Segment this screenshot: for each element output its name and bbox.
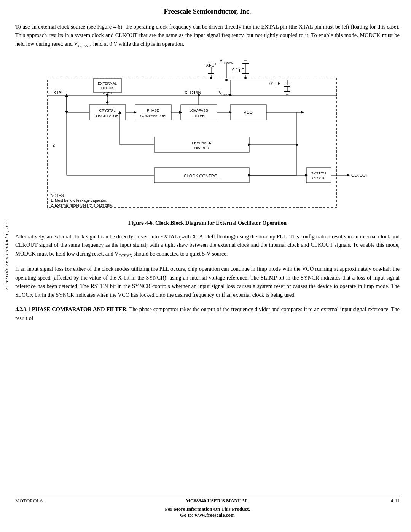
- sidebar-text: Freescale Semiconductor, Inc.: [4, 220, 10, 290]
- svg-rect-41: [135, 105, 171, 120]
- figure-caption: Figure 4-6. Clock Block Diagram for Exte…: [15, 220, 400, 226]
- page-header: Freescale Semiconductor, Inc.: [15, 8, 400, 16]
- svg-text:1. Must be low-leakage capacit: 1. Must be low-leakage capacitor.: [51, 198, 107, 203]
- svg-text:SYSTEM: SYSTEM: [311, 171, 326, 175]
- svg-text:0.1 µF: 0.1 µF: [232, 67, 244, 72]
- paragraph-1: To use an external clock source (see Fig…: [15, 22, 400, 49]
- svg-text:XFC1: XFC1: [206, 62, 217, 67]
- diagram-container: VCCSYN XFC1 0.1 µF: [15, 55, 400, 217]
- footer-center: MC68340 USER'S MANUAL: [186, 498, 249, 504]
- page-title: Freescale Semiconductor, Inc.: [164, 8, 251, 15]
- svg-text:LOW-PASS: LOW-PASS: [189, 108, 208, 112]
- svg-text:NOTES:: NOTES:: [51, 193, 65, 198]
- svg-text:VCO: VCO: [244, 110, 253, 115]
- footer-left: MOTOROLA: [15, 498, 43, 504]
- svg-text:CLOCK: CLOCK: [312, 176, 325, 180]
- svg-rect-60: [154, 137, 249, 152]
- svg-text:CLKOUT: CLKOUT: [351, 173, 368, 177]
- svg-point-92: [229, 94, 231, 96]
- svg-marker-59: [106, 100, 109, 103]
- diagram-svg: VCCSYN XFC1 0.1 µF: [44, 55, 371, 217]
- svg-text:PHASE: PHASE: [147, 108, 159, 112]
- svg-text:CLOCK CONTROL: CLOCK CONTROL: [184, 174, 220, 178]
- svg-marker-87: [347, 174, 350, 177]
- svg-text:CRYSTAL: CRYSTAL: [99, 108, 116, 112]
- sidebar: Freescale Semiconductor, Inc.: [0, 0, 14, 510]
- svg-rect-44: [181, 105, 217, 120]
- footer-bottom-line1: For More Information On This Product,: [15, 506, 400, 512]
- svg-rect-81: [306, 168, 331, 183]
- svg-point-94: [225, 79, 228, 81]
- footer-top-row: MOTOROLA MC68340 USER'S MANUAL 4-11: [15, 496, 400, 504]
- footer: MOTOROLA MC68340 USER'S MANUAL 4-11 For …: [15, 496, 400, 518]
- svg-text:2. External  mode uses this pa: 2. External mode uses this path only.: [51, 203, 113, 208]
- footer-bottom: For More Information On This Product, Go…: [15, 506, 400, 518]
- svg-text:COMPARATOR: COMPARATOR: [140, 113, 166, 118]
- svg-text:FILTER: FILTER: [193, 113, 205, 118]
- svg-text:EXTAL: EXTAL: [51, 90, 64, 95]
- footer-right: 4-11: [391, 498, 400, 504]
- svg-text:EXTERNAL: EXTERNAL: [98, 81, 117, 85]
- svg-text:.01 µF: .01 µF: [268, 81, 280, 86]
- svg-text:DIVIDER: DIVIDER: [194, 146, 209, 150]
- paragraph-2: Alternatively, an external clock signal …: [15, 232, 400, 259]
- footer-bottom-line2: Go to: www.freescale.com: [15, 512, 400, 518]
- paragraph-4: 4.2.3.1 PHASE COMPARATOR AND FILTER. The…: [15, 305, 400, 322]
- svg-text:CLOCK: CLOCK: [101, 86, 114, 90]
- svg-text:2: 2: [53, 143, 55, 147]
- svg-text:FEEDBACK: FEEDBACK: [192, 141, 212, 145]
- paragraph-3: If an input signal loss for either of th…: [15, 265, 400, 299]
- svg-text:OSCILLATOR: OSCILLATOR: [96, 113, 118, 118]
- svg-point-90: [198, 94, 200, 96]
- svg-marker-66: [301, 111, 304, 114]
